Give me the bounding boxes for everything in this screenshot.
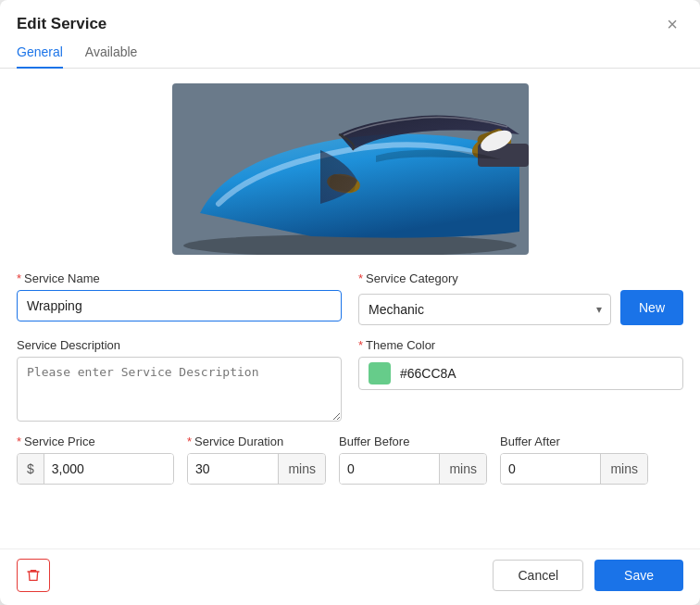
service-image-container [17,83,683,255]
buffer-after-group: Buffer After mins [500,435,648,485]
buffer-before-label: Buffer Before [339,435,487,448]
buffer-before-group: Buffer Before mins [339,435,487,485]
theme-color-group: *Theme Color #66CC8A [358,338,683,422]
buffer-before-input-wrapper: mins [339,453,487,485]
price-input-wrapper: $ [17,453,174,485]
service-duration-group: *Service Duration mins [187,435,326,485]
buffer-after-input-wrapper: mins [500,453,648,485]
dialog-header: Edit Service × [0,0,700,35]
buffer-after-label: Buffer After [500,435,648,448]
buffer-before-suffix: mins [439,454,486,484]
service-duration-label: *Service Duration [187,435,326,448]
color-swatch [369,362,391,384]
duration-input-wrapper: mins [187,453,326,485]
buffer-after-input[interactable] [501,454,600,484]
service-description-label: Service Description [17,338,342,352]
service-category-label: *Service Category [358,271,683,285]
service-price-label: *Service Price [17,435,174,448]
footer-actions: Cancel Save [493,560,683,591]
tab-available[interactable]: Available [85,44,138,69]
name-category-row: *Service Name *Service Category Mechanic… [17,271,683,325]
service-name-group: *Service Name [17,271,342,325]
buffer-after-suffix: mins [600,454,647,484]
service-price-group: *Service Price $ [17,435,174,485]
service-price-input[interactable] [44,454,173,484]
delete-button[interactable] [17,559,50,592]
service-duration-input[interactable] [188,454,278,484]
buffer-before-input[interactable] [340,454,439,484]
price-duration-row: *Service Price $ *Service Duration mins [17,435,683,485]
dialog-title: Edit Service [17,15,106,33]
cancel-button[interactable]: Cancel [493,560,583,591]
price-prefix: $ [18,454,44,484]
service-description-group: Service Description [17,338,342,422]
service-image [172,83,529,255]
service-category-group: *Service Category Mechanic Detailing Rep… [358,271,683,325]
category-row: Mechanic Detailing Repair ▾ New [358,290,683,325]
tab-general[interactable]: General [17,44,63,69]
service-category-select[interactable]: Mechanic Detailing Repair [358,294,611,325]
duration-suffix: mins [278,454,325,484]
new-category-button[interactable]: New [620,290,683,325]
dialog-body: *Service Name *Service Category Mechanic… [0,69,700,549]
theme-color-label: *Theme Color [358,338,683,352]
close-button[interactable]: × [661,13,683,35]
service-name-label: *Service Name [17,271,342,285]
service-description-input[interactable] [17,357,342,422]
tabs-container: General Available [0,35,700,69]
desc-color-row: Service Description *Theme Color #66CC8A [17,338,683,422]
save-button[interactable]: Save [594,560,683,591]
color-value: #66CC8A [400,366,456,381]
edit-service-dialog: Edit Service × General Available [0,0,700,605]
dialog-footer: Cancel Save [0,548,700,605]
trash-icon [26,568,41,583]
category-select-wrapper: Mechanic Detailing Repair ▾ [358,294,611,325]
service-name-input[interactable] [17,290,342,321]
color-input-wrapper[interactable]: #66CC8A [358,357,683,390]
